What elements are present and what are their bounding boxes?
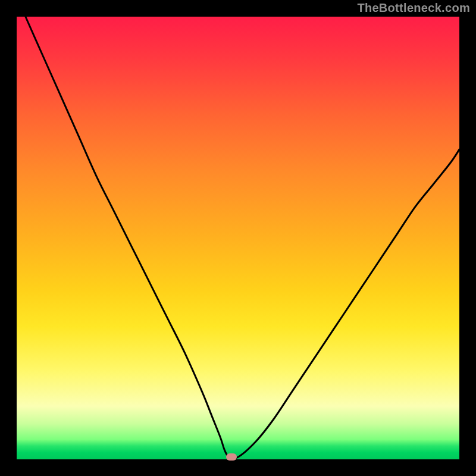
plot-area [17,17,459,459]
watermark-text: TheBottleneck.com [357,1,470,15]
bottleneck-curve [17,17,459,459]
chart-frame: TheBottleneck.com [0,0,476,476]
curve-path [26,17,459,459]
optimum-marker [226,453,237,461]
